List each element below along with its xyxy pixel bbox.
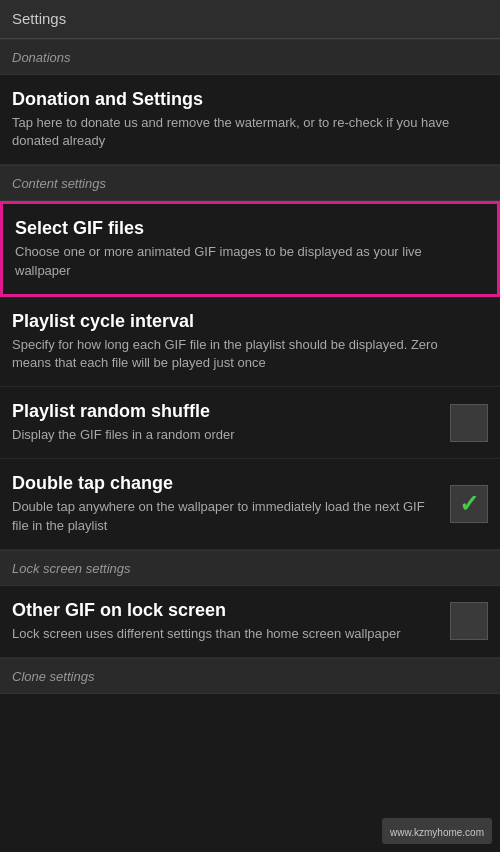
title-bar-text: Settings bbox=[12, 10, 66, 27]
playlist-cycle-interval-text: Playlist cycle interval Specify for how … bbox=[12, 311, 488, 372]
playlist-cycle-interval-title: Playlist cycle interval bbox=[12, 311, 478, 332]
double-tap-change-description: Double tap anywhere on the wallpaper to … bbox=[12, 498, 440, 534]
select-gif-files-text: Select GIF files Choose one or more anim… bbox=[15, 218, 485, 279]
watermark: www.kzmyhome.com bbox=[382, 818, 492, 844]
playlist-cycle-interval-item[interactable]: Playlist cycle interval Specify for how … bbox=[0, 297, 500, 387]
title-bar: Settings bbox=[0, 0, 500, 39]
donation-settings-text: Donation and Settings Tap here to donate… bbox=[12, 89, 488, 150]
content-settings-header-label: Content settings bbox=[12, 176, 106, 191]
double-tap-change-item[interactable]: Double tap change Double tap anywhere on… bbox=[0, 459, 500, 549]
donation-settings-title: Donation and Settings bbox=[12, 89, 478, 110]
select-gif-files-item[interactable]: Select GIF files Choose one or more anim… bbox=[0, 201, 500, 296]
donations-header-label: Donations bbox=[12, 50, 71, 65]
other-gif-lock-screen-item[interactable]: Other GIF on lock screen Lock screen use… bbox=[0, 586, 500, 658]
playlist-random-shuffle-item[interactable]: Playlist random shuffle Display the GIF … bbox=[0, 387, 500, 459]
other-gif-lock-screen-description: Lock screen uses different settings than… bbox=[12, 625, 440, 643]
other-gif-lock-screen-title: Other GIF on lock screen bbox=[12, 600, 440, 621]
select-gif-files-title: Select GIF files bbox=[15, 218, 475, 239]
playlist-random-shuffle-checkbox[interactable] bbox=[450, 404, 488, 442]
playlist-cycle-interval-description: Specify for how long each GIF file in th… bbox=[12, 336, 478, 372]
donation-settings-description: Tap here to donate us and remove the wat… bbox=[12, 114, 478, 150]
checkmark-icon: ✓ bbox=[459, 490, 479, 518]
other-gif-lock-screen-checkbox[interactable] bbox=[450, 602, 488, 640]
lock-screen-settings-header-label: Lock screen settings bbox=[12, 561, 131, 576]
clone-settings-header-label: Clone settings bbox=[12, 669, 94, 684]
other-gif-lock-screen-text: Other GIF on lock screen Lock screen use… bbox=[12, 600, 450, 643]
watermark-text: www.kzmyhome.com bbox=[390, 827, 484, 838]
content-settings-section-header: Content settings bbox=[0, 165, 500, 201]
playlist-random-shuffle-title: Playlist random shuffle bbox=[12, 401, 440, 422]
select-gif-files-description: Choose one or more animated GIF images t… bbox=[15, 243, 475, 279]
double-tap-change-checkbox[interactable]: ✓ bbox=[450, 485, 488, 523]
double-tap-change-text: Double tap change Double tap anywhere on… bbox=[12, 473, 450, 534]
lock-screen-settings-section-header: Lock screen settings bbox=[0, 550, 500, 586]
playlist-random-shuffle-description: Display the GIF files in a random order bbox=[12, 426, 440, 444]
clone-settings-section-header: Clone settings bbox=[0, 658, 500, 694]
double-tap-change-title: Double tap change bbox=[12, 473, 440, 494]
donations-section-header: Donations bbox=[0, 39, 500, 75]
playlist-random-shuffle-text: Playlist random shuffle Display the GIF … bbox=[12, 401, 450, 444]
donation-settings-item[interactable]: Donation and Settings Tap here to donate… bbox=[0, 75, 500, 165]
